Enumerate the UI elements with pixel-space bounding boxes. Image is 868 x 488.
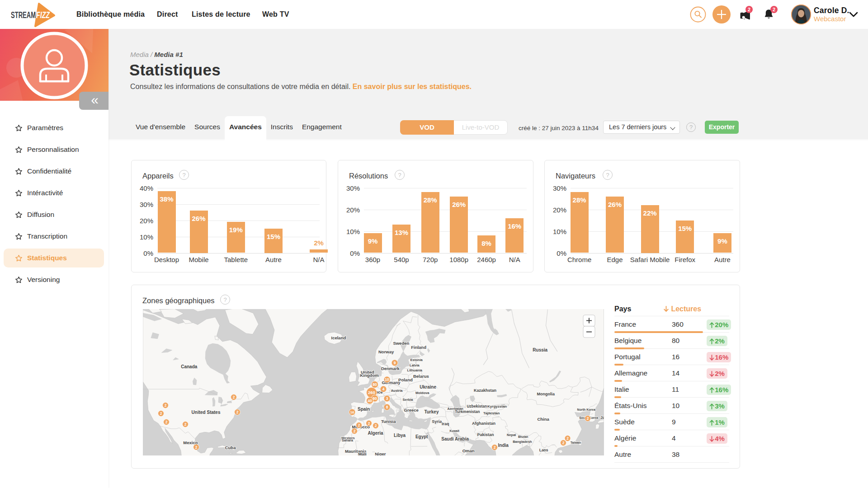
svg-text:Kuwait: Kuwait [450,429,460,432]
svg-text:Turkey: Turkey [424,409,439,414]
svg-text:Ukraine: Ukraine [420,385,436,389]
svg-text:2: 2 [195,445,198,450]
svg-text:Finland: Finland [411,345,426,350]
svg-text:2: 2 [587,416,589,421]
svg-text:Moldova: Moldova [415,391,429,395]
svg-text:2: 2 [375,423,377,428]
svg-text:2: 2 [233,395,235,399]
svg-text:Cuba: Cuba [225,445,236,450]
svg-text:80: 80 [373,382,377,387]
svg-text:Oman: Oman [462,448,475,453]
svg-text:2: 2 [562,441,565,445]
svg-text:United States: United States [192,410,221,415]
svg-text:Sahara: Sahara [342,438,354,442]
svg-text:2: 2 [566,436,569,441]
svg-text:Bhutan: Bhutan [518,435,528,438]
svg-text:Kazakhstan: Kazakhstan [474,388,496,393]
svg-text:2: 2 [494,445,496,450]
svg-text:Kingdom: Kingdom [360,373,379,378]
svg-text:Algeria: Algeria [368,431,383,436]
svg-text:Serbia: Serbia [403,398,414,402]
svg-text:2: 2 [368,421,370,426]
svg-text:2: 2 [165,420,168,424]
svg-text:2: 2 [354,429,356,433]
svg-text:4: 4 [382,387,385,391]
svg-text:8: 8 [386,405,388,409]
svg-text:Belarus: Belarus [413,374,429,379]
svg-text:3: 3 [386,396,388,401]
svg-text:40: 40 [368,399,372,403]
svg-text:Poland: Poland [398,377,413,382]
svg-text:260: 260 [368,390,375,395]
svg-text:Kyrgyzstan: Kyrgyzstan [487,404,507,408]
svg-text:2: 2 [184,422,187,427]
svg-text:Mali: Mali [358,451,366,455]
svg-text:Iraq: Iraq [442,422,449,426]
svg-text:Austria: Austria [391,389,403,393]
svg-text:FIZZ: FIZZ [36,10,50,20]
svg-text:Tunisia: Tunisia [381,419,396,424]
svg-text:10: 10 [385,377,389,382]
svg-text:Syria: Syria [432,419,442,424]
svg-text:Canada: Canada [181,364,198,369]
svg-text:China: China [537,417,549,422]
svg-text:Denmark: Denmark [381,366,400,371]
svg-text:Mongolia: Mongolia [537,392,555,396]
svg-text:Spain: Spain [358,407,370,412]
svg-text:2: 2 [160,411,162,416]
svg-text:16: 16 [350,410,354,414]
svg-text:Bangladesh: Bangladesh [513,440,532,444]
svg-text:Afghanistan: Afghanistan [472,421,495,426]
svg-text:Egypt: Egypt [415,434,428,439]
svg-text:Estonia: Estonia [410,358,423,362]
svg-text:Lithuania: Lithuania [407,368,423,372]
svg-text:Pakistan: Pakistan [477,432,494,437]
svg-text:North Korea: North Korea [577,408,596,411]
svg-text:India: India [498,443,509,448]
svg-text:2: 2 [165,403,167,408]
svg-text:2: 2 [358,423,360,427]
svg-text:Saudi Arabia: Saudi Arabia [441,436,469,441]
svg-text:Jap: Jap [600,415,604,420]
svg-text:Nepal: Nepal [507,433,516,437]
svg-text:9: 9 [394,361,396,365]
svg-text:Iceland: Iceland [331,335,346,340]
svg-text:Russia: Russia [533,347,547,352]
svg-text:Tajikistan: Tajikistan [483,411,500,415]
svg-text:Azerbaijan: Azerbaijan [448,407,463,411]
svg-text:STREAM: STREAM [11,10,36,20]
svg-text:Niger: Niger [375,451,386,455]
svg-text:Norway: Norway [378,349,394,354]
svg-text:Latvia: Latvia [410,363,420,367]
svg-text:Uzbekistan: Uzbekistan [467,404,487,408]
svg-text:Laos: Laos [539,448,548,452]
svg-text:Libya: Libya [394,433,406,438]
svg-text:Taiwan: Taiwan [571,441,581,444]
svg-text:Sweden: Sweden [393,341,409,346]
svg-text:Greece: Greece [404,408,419,413]
svg-text:2: 2 [236,410,239,414]
